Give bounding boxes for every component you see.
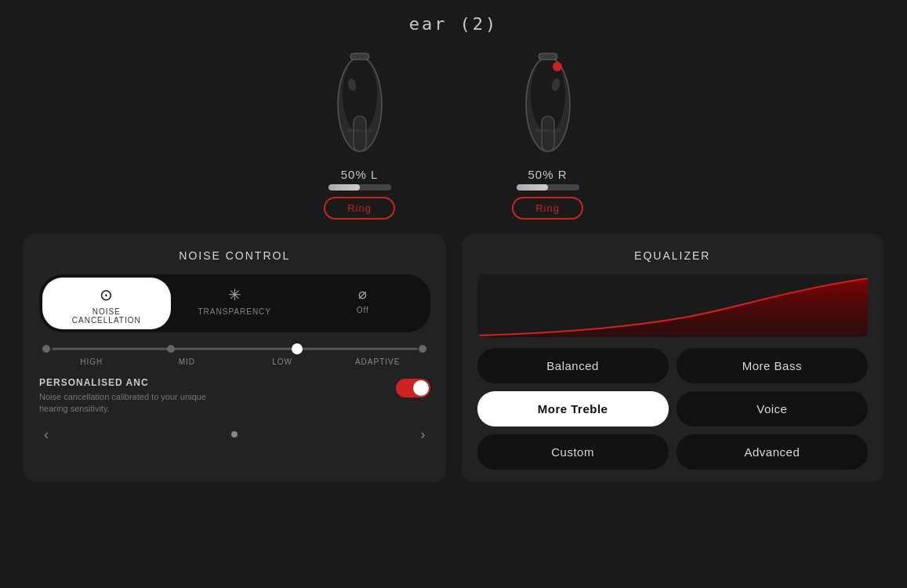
eq-preset-custom[interactable]: Custom: [477, 434, 669, 470]
earbud-left-image: NOTHING ear (2): [321, 42, 399, 163]
anc-icon: ⊙: [100, 285, 113, 304]
svg-rect-3: [354, 116, 366, 151]
earbud-right-label: 50% R: [528, 168, 567, 181]
eq-preset-voice[interactable]: Voice: [677, 391, 868, 426]
anc-level-track: [52, 348, 418, 350]
nav-next-button[interactable]: ›: [421, 426, 426, 443]
svg-point-8: [553, 62, 562, 71]
off-icon: ⌀: [358, 285, 367, 303]
off-mode-btn[interactable]: ⌀ Off: [299, 278, 427, 329]
off-label: Off: [357, 306, 369, 314]
noise-control-title: NOISE CONTROL: [39, 249, 430, 262]
equalizer-panel: EQUALIZER Balanced More Bass More Treble…: [462, 234, 884, 482]
eq-chart: [477, 274, 869, 337]
personalised-anc-row: PERSONALISED ANC Noise cancellation cali…: [39, 377, 430, 416]
noise-control-panel: NOISE CONTROL ⊙ NOISECANCELLATION ✳ TRAN…: [24, 234, 446, 482]
personalised-text: PERSONALISED ANC Noise cancellation cali…: [39, 377, 219, 416]
svg-text:NOTHING ear (2): NOTHING ear (2): [535, 129, 561, 132]
personalised-anc-toggle[interactable]: [396, 379, 430, 397]
level-low-label: LOW: [234, 358, 330, 366]
equalizer-title: EQUALIZER: [477, 249, 869, 262]
eq-buttons-grid: Balanced More Bass More Treble Voice Cus…: [477, 348, 869, 470]
anc-level-row: [39, 343, 430, 354]
nav-prev-button[interactable]: ‹: [44, 426, 49, 443]
toggle-knob: [413, 380, 429, 396]
level-adaptive-label: ADAPTIVE: [330, 358, 426, 366]
eq-preset-advanced[interactable]: Advanced: [677, 434, 868, 470]
nav-row: ‹ ›: [39, 426, 430, 443]
earbud-left: NOTHING ear (2) 50% L Ring: [321, 42, 399, 220]
nav-dot: [231, 431, 238, 437]
earbud-left-label: 50% L: [341, 168, 379, 181]
app-title: ear (2): [0, 0, 907, 34]
earbud-right-battery: [517, 184, 579, 191]
eq-preset-more-bass[interactable]: More Bass: [677, 348, 868, 383]
eq-preset-balanced[interactable]: Balanced: [477, 348, 669, 383]
svg-text:NOTHING ear (2): NOTHING ear (2): [347, 129, 372, 132]
transparency-label: TRANSPARENCY: [198, 307, 272, 316]
transparency-icon: ✳: [228, 285, 241, 304]
anc-mode-selector: ⊙ NOISECANCELLATION ✳ TRANSPARENCY ⌀ Off: [39, 274, 430, 332]
personalised-description: Noise cancellation calibrated to your un…: [39, 391, 219, 416]
level-high-label: HIGH: [44, 358, 140, 366]
svg-rect-9: [539, 53, 557, 60]
earbud-left-battery: [328, 184, 391, 191]
ring-right-button[interactable]: Ring: [512, 197, 583, 220]
anc-level-high[interactable]: [42, 345, 50, 353]
anc-level-mid[interactable]: [167, 345, 175, 353]
earbud-right: NOTHING ear (2) 50% R Ring: [509, 42, 587, 220]
svg-rect-10: [542, 116, 554, 151]
anc-level-low[interactable]: [292, 343, 303, 354]
earbuds-section: NOTHING ear (2) 50% L Ring NOTHING: [0, 42, 907, 220]
anc-label: NOISECANCELLATION: [72, 307, 141, 325]
anc-level-labels: HIGH MID LOW ADAPTIVE: [39, 358, 430, 366]
svg-rect-2: [350, 53, 369, 60]
anc-mode-btn[interactable]: ⊙ NOISECANCELLATION: [42, 278, 171, 329]
level-mid-label: MID: [140, 358, 235, 366]
ring-left-button[interactable]: Ring: [324, 197, 395, 220]
anc-level-adaptive[interactable]: [419, 345, 426, 353]
personalised-title: PERSONALISED ANC: [39, 377, 219, 388]
panels-section: NOISE CONTROL ⊙ NOISECANCELLATION ✳ TRAN…: [24, 234, 883, 482]
transparency-mode-btn[interactable]: ✳ TRANSPARENCY: [171, 278, 299, 329]
earbud-right-image: NOTHING ear (2): [509, 42, 587, 163]
eq-preset-more-treble[interactable]: More Treble: [477, 391, 669, 426]
